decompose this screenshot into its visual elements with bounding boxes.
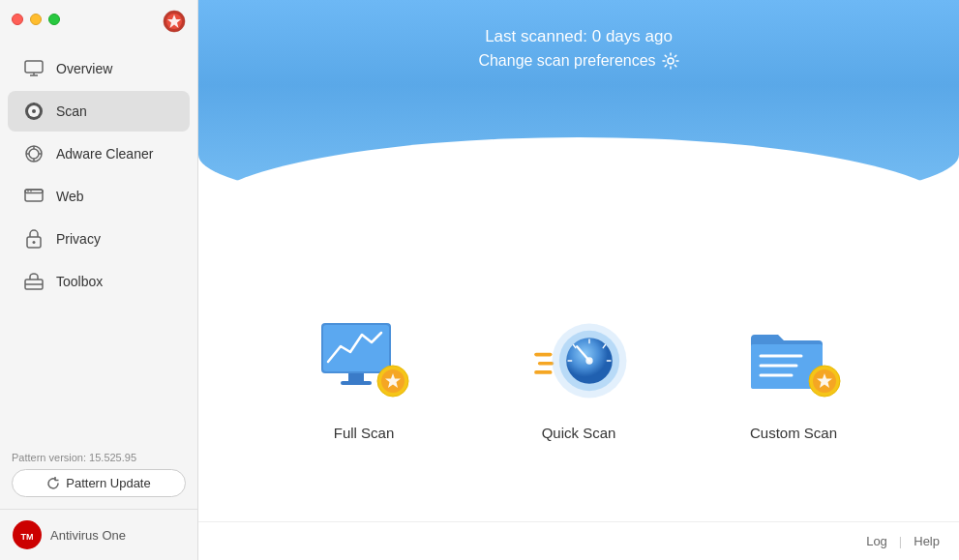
change-scan-prefs-label: Change scan preferences	[478, 52, 655, 70]
minimize-button[interactable]	[30, 14, 42, 25]
custom-scan-icon	[740, 312, 847, 409]
full-scan-label: Full Scan	[334, 425, 395, 441]
sidebar-bottom: Pattern version: 15.525.95 Pattern Updat…	[0, 440, 197, 509]
scan-header: Last scanned: 0 days ago Change scan pre…	[198, 0, 959, 213]
pattern-version-text: Pattern version: 15.525.95	[12, 452, 186, 463]
app-logo-icon	[163, 10, 186, 33]
refresh-icon	[46, 477, 60, 490]
wave-decoration	[198, 137, 959, 215]
last-scanned-text: Last scanned: 0 days ago	[485, 27, 673, 46]
scan-circle-icon	[23, 101, 45, 122]
sidebar-item-label-adware: Adware Cleaner	[56, 146, 153, 162]
titlebar	[0, 0, 197, 39]
svg-point-39	[585, 357, 592, 364]
pattern-update-label: Pattern Update	[66, 476, 150, 490]
sidebar: Overview Scan	[0, 0, 198, 560]
bottom-bar: Log | Help	[198, 521, 959, 560]
svg-point-17	[27, 191, 29, 192]
sidebar-item-label-scan: Scan	[56, 103, 87, 119]
sidebar-item-overview[interactable]: Overview	[8, 48, 190, 89]
svg-rect-2	[25, 61, 43, 73]
nav-menu: Overview Scan	[0, 39, 197, 440]
monitor-icon	[23, 58, 45, 79]
gear-icon	[662, 52, 679, 70]
svg-point-20	[33, 241, 36, 244]
custom-scan-label: Custom Scan	[750, 425, 837, 441]
quick-scan-option[interactable]: Quick Scan	[506, 303, 651, 451]
pattern-update-button[interactable]: Pattern Update	[12, 469, 186, 497]
svg-rect-28	[348, 373, 364, 381]
svg-point-10	[29, 149, 39, 159]
svg-point-25	[668, 58, 674, 64]
maximize-button[interactable]	[48, 14, 60, 25]
web-icon	[23, 186, 45, 207]
svg-point-7	[32, 109, 36, 113]
privacy-lock-icon	[23, 228, 45, 250]
log-link[interactable]: Log	[866, 534, 887, 548]
full-scan-option[interactable]: Full Scan	[291, 303, 436, 451]
sidebar-item-privacy[interactable]: Privacy	[8, 219, 190, 259]
full-scan-icon	[311, 312, 417, 409]
main-content: Last scanned: 0 days ago Change scan pre…	[198, 0, 959, 560]
quick-scan-label: Quick Scan	[542, 425, 616, 441]
adware-icon	[23, 143, 45, 164]
sidebar-item-toolbox[interactable]: Toolbox	[8, 261, 190, 302]
quick-scan-icon	[525, 312, 632, 409]
brand-footer: TM Antivirus One	[0, 509, 197, 560]
close-button[interactable]	[12, 14, 23, 25]
change-scan-prefs-button[interactable]: Change scan preferences	[478, 52, 678, 70]
svg-rect-27	[323, 325, 389, 371]
sidebar-item-scan[interactable]: Scan	[8, 91, 190, 132]
sidebar-item-adware-cleaner[interactable]: Adware Cleaner	[8, 133, 190, 174]
divider: |	[899, 534, 902, 548]
sidebar-item-label-overview: Overview	[56, 61, 112, 76]
svg-text:TM: TM	[21, 532, 34, 542]
help-link[interactable]: Help	[914, 534, 940, 548]
sidebar-item-web[interactable]: Web	[8, 176, 190, 217]
sidebar-item-label-web: Web	[56, 189, 84, 204]
custom-scan-option[interactable]: Custom Scan	[721, 303, 866, 451]
trend-micro-logo: TM	[12, 519, 43, 550]
brand-name-text: Antivirus One	[50, 528, 126, 543]
sidebar-item-label-toolbox: Toolbox	[56, 274, 103, 289]
scan-options-container: Full Scan	[198, 213, 959, 521]
toolbox-icon	[23, 271, 45, 292]
svg-point-18	[30, 191, 32, 192]
sidebar-item-label-privacy: Privacy	[56, 231, 101, 247]
svg-rect-29	[341, 381, 372, 385]
